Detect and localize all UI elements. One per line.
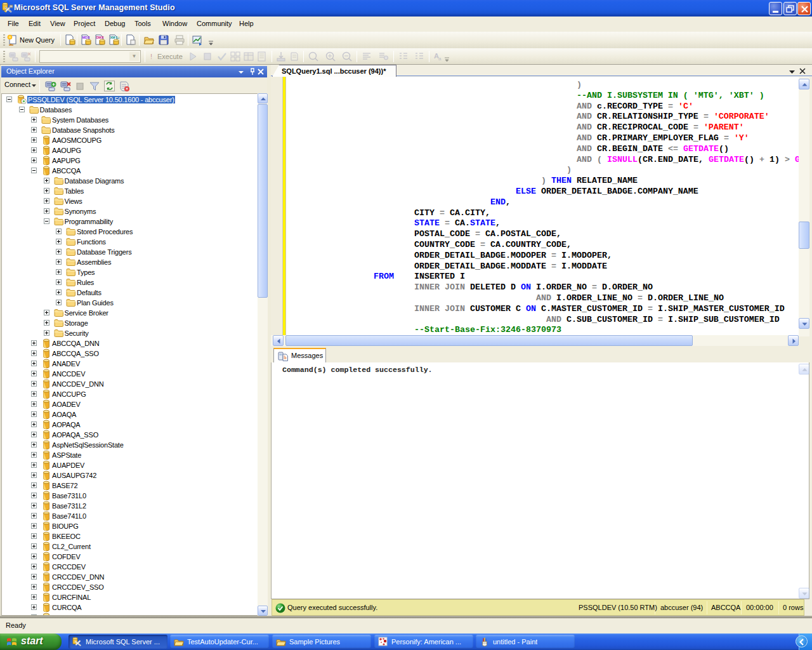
svg-text:a: a xyxy=(438,56,442,62)
svg-text:MDX: MDX xyxy=(82,36,90,39)
svg-text:DMX: DMX xyxy=(96,36,104,39)
svg-text:XM LA: XM LA xyxy=(110,36,119,39)
